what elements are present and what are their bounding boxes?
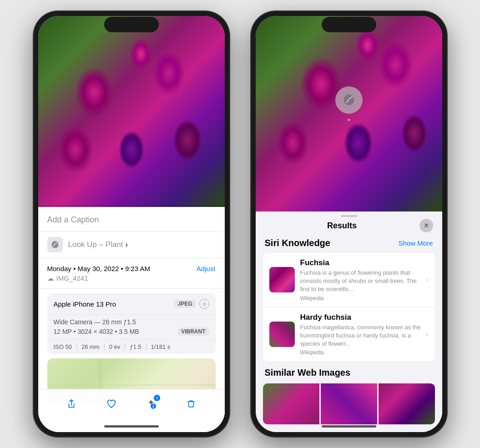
date-row: Monday • May 30, 2022 • 9:23 AM Adjust	[47, 265, 216, 272]
knowledge-item-hardy-fuchsia[interactable]: Hardy fuchsia Fuchsia magellanica, commo…	[263, 307, 435, 362]
date-text: Monday • May 30, 2022 • 9:23 AM	[47, 265, 150, 272]
left-home-bar	[104, 425, 159, 428]
siri-dot	[348, 119, 350, 121]
hardy-fuchsia-thumbnail	[269, 322, 295, 347]
fuchsia-thumbnail	[269, 267, 295, 292]
hardy-fuchsia-name: Hardy fuchsia	[300, 313, 423, 322]
exif-shutter: 1/181 s	[151, 343, 175, 350]
left-phone: Add a Caption Look Up – Plant ›	[34, 11, 229, 437]
svg-text:i: i	[153, 404, 154, 409]
hardy-fuchsia-description: Fuchsia magellanica, commonly known as t…	[300, 323, 423, 348]
exif-focal: 26 mm	[81, 343, 105, 350]
exif-iso: ISO 50	[54, 343, 77, 350]
exif-ev: 0 ev	[109, 343, 126, 350]
device-section: Apple iPhone 13 Pro JPEG ⊙ Wide Camera —…	[47, 293, 216, 354]
similar-images-title: Similar Web Images	[263, 367, 435, 378]
fuchsia-description: Fuchsia is a genus of flowering plants t…	[300, 269, 423, 294]
similar-images-section: Similar Web Images	[256, 367, 442, 432]
device-name: Apple iPhone 13 Pro	[54, 300, 116, 308]
flower-photo-left[interactable]	[38, 16, 225, 207]
similar-images-grid	[263, 383, 435, 424]
info-badge: i	[154, 395, 160, 401]
device-badges: JPEG ⊙	[174, 299, 209, 309]
left-phone-screen: Add a Caption Look Up – Plant ›	[38, 16, 225, 432]
siri-icon	[335, 86, 363, 114]
location-badge: ⊙	[199, 299, 209, 309]
flower-photo-right	[256, 16, 442, 211]
heart-icon	[106, 399, 117, 409]
filename-text: IMG_4241	[56, 274, 88, 282]
show-more-button[interactable]: Show More	[399, 239, 433, 247]
camera-spec-row1: Wide Camera — 26 mm ƒ1.5	[54, 318, 209, 326]
date-section: Monday • May 30, 2022 • 9:23 AM Adjust ☁…	[38, 258, 225, 289]
camera-spec-detail: 12 MP • 3024 × 4032 • 3.5 MB	[54, 328, 139, 335]
fuchsia-source: Wikipedia	[300, 295, 423, 302]
similar-image-3[interactable]	[379, 383, 435, 424]
hardy-fuchsia-info: Hardy fuchsia Fuchsia magellanica, commo…	[300, 313, 423, 356]
filename-row: ☁ IMG_4241	[47, 274, 216, 282]
cloud-icon: ☁	[47, 275, 54, 282]
vibrant-badge: VIBRANT	[177, 327, 209, 336]
caption-field[interactable]: Add a Caption	[38, 207, 225, 232]
right-phone-notch	[322, 17, 376, 32]
exif-row: ISO 50 26 mm 0 ev ƒ1.5 1/181 s	[47, 340, 216, 354]
share-button[interactable]	[61, 394, 81, 414]
delete-button[interactable]	[181, 394, 201, 414]
knowledge-card: Fuchsia Fuchsia is a genus of flowering …	[263, 253, 435, 361]
results-header: Results ✕	[256, 211, 442, 238]
results-panel: Results ✕ Siri Knowledge Show More	[256, 211, 442, 432]
close-button[interactable]: ✕	[419, 219, 433, 232]
siri-knowledge-header: Siri Knowledge Show More	[263, 238, 435, 248]
similar-image-2[interactable]	[321, 383, 377, 424]
lookup-subject: Plant	[106, 240, 123, 249]
fuchsia-chevron: ›	[426, 276, 428, 284]
toolbar: i i	[38, 389, 225, 418]
trash-icon	[187, 398, 196, 409]
device-header: Apple iPhone 13 Pro JPEG ⊙	[47, 293, 216, 315]
lookup-text: Look Up – Plant ›	[68, 240, 128, 249]
phones-container: Add a Caption Look Up – Plant ›	[25, 2, 456, 446]
knowledge-item-fuchsia[interactable]: Fuchsia Fuchsia is a genus of flowering …	[263, 253, 435, 307]
adjust-button[interactable]: Adjust	[197, 265, 216, 272]
leaf-siri-icon	[342, 93, 356, 107]
camera-spec-row2: 12 MP • 3024 × 4032 • 3.5 MB VIBRANT	[54, 327, 209, 336]
right-phone: Results ✕ Siri Knowledge Show More	[251, 11, 447, 437]
right-phone-screen: Results ✕ Siri Knowledge Show More	[256, 16, 442, 432]
exif-aperture: ƒ1.5	[130, 343, 146, 350]
lookup-prefix: Look Up –	[68, 240, 106, 249]
right-home-bar	[322, 425, 376, 428]
hardy-fuchsia-chevron: ›	[426, 330, 428, 338]
jpeg-badge: JPEG	[174, 300, 195, 308]
fuchsia-info: Fuchsia Fuchsia is a genus of flowering …	[300, 258, 423, 302]
share-icon	[66, 399, 76, 409]
left-phone-notch	[104, 17, 159, 32]
similar-image-1[interactable]	[263, 383, 319, 424]
caption-placeholder[interactable]: Add a Caption	[47, 215, 99, 224]
results-title: Results	[265, 221, 419, 231]
hardy-fuchsia-source: Wikipedia	[300, 349, 423, 356]
fuchsia-name: Fuchsia	[300, 258, 423, 267]
siri-knowledge-title: Siri Knowledge	[265, 238, 330, 248]
siri-knowledge-section: Siri Knowledge Show More Fuchsia Fuchsia…	[256, 238, 442, 367]
drag-handle	[341, 215, 357, 217]
leaf-icon	[51, 240, 60, 249]
favorite-button[interactable]	[101, 394, 121, 414]
lookup-label: Look Up – Plant ›	[68, 240, 128, 249]
info-button[interactable]: i i	[141, 394, 161, 414]
lookup-row[interactable]: Look Up – Plant ›	[38, 232, 225, 258]
lookup-icon	[47, 237, 63, 252]
camera-spec: Wide Camera — 26 mm ƒ1.5 12 MP • 3024 × …	[47, 315, 216, 340]
